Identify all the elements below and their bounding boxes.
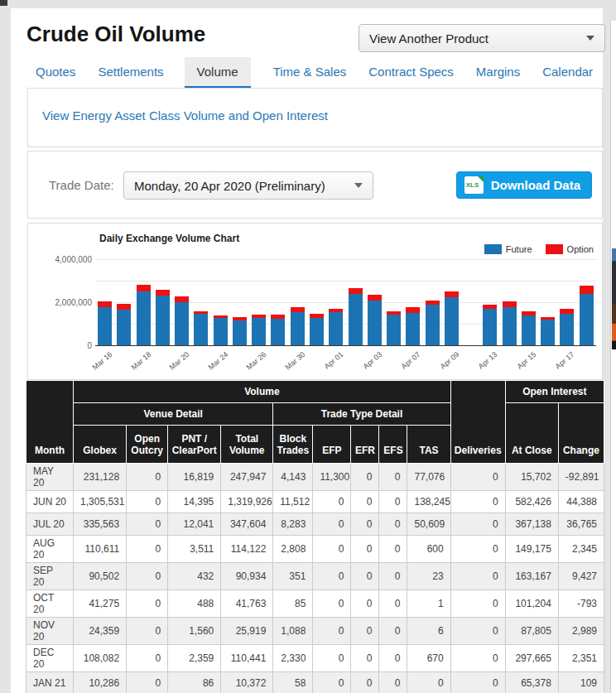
value-cell: 0 (379, 464, 407, 491)
value-cell: 2,989 (558, 618, 604, 645)
tab-quotes[interactable]: Quotes (36, 57, 75, 87)
bar-future-apr-03 (368, 301, 382, 345)
bar-future-mar-16 (98, 307, 112, 345)
bar-option-mar-20 (175, 296, 189, 302)
value-cell: 0 (313, 563, 351, 590)
cropped-image-fragment (612, 248, 616, 349)
value-cell: 138,245 (407, 491, 450, 513)
x-axis-tick-label: Mar 30 (272, 350, 307, 381)
tab-margins[interactable]: Margins (476, 57, 520, 87)
month-cell: JAN 21 (26, 672, 74, 693)
value-cell: 432 (168, 563, 221, 590)
tab-contract-specs[interactable]: Contract Specs (368, 57, 454, 87)
gridline (95, 259, 596, 260)
product-selector-value: View Another Product (369, 31, 488, 46)
table-row-oct-20: OCT 2041,275048841,7638500010101,204-793 (26, 590, 604, 618)
value-cell: 0 (379, 536, 407, 563)
value-cell: 0 (351, 513, 379, 536)
value-cell: 0 (450, 618, 505, 645)
bar-future-mar-24 (214, 318, 228, 345)
table-row-may-20: MAY 20231,128016,819247,9474,14311,30000… (26, 464, 604, 491)
chevron-down-icon (586, 36, 594, 41)
product-selector-dropdown[interactable]: View Another Product (359, 24, 605, 52)
value-cell: 3,511 (168, 536, 221, 563)
group-header-volume: Volume (74, 381, 451, 403)
value-cell: 1,319,926 (221, 491, 273, 513)
col-header-at-close: At Close (505, 403, 558, 464)
value-cell: 1,560 (168, 618, 221, 645)
bar-option-mar-17 (117, 304, 131, 310)
group-header-open-interest: Open Interest (505, 381, 604, 403)
tab-calendar[interactable]: Calendar (542, 57, 593, 87)
value-cell: 0 (379, 645, 407, 672)
chevron-down-icon (354, 183, 363, 188)
bar-future-mar-23 (194, 314, 208, 345)
value-cell: 0 (127, 563, 168, 590)
value-cell: 0 (127, 618, 168, 645)
bar-option-mar-19 (156, 290, 170, 296)
col-header-efs: EFS (379, 426, 407, 464)
x-axis-tick-label: Apr 17 (541, 350, 576, 381)
value-cell: 14,395 (168, 491, 221, 513)
bar-future-apr-13 (483, 309, 497, 345)
value-cell: -793 (558, 590, 604, 618)
value-cell: 0 (313, 672, 351, 693)
col-header-month: Month (26, 381, 74, 464)
bar-option-apr-16 (541, 317, 555, 320)
value-cell: 0 (127, 491, 168, 513)
value-cell: 0 (379, 513, 407, 536)
bar-future-apr-06 (387, 315, 401, 345)
month-cell: DEC 20 (26, 645, 74, 672)
bar-option-apr-13 (483, 305, 497, 309)
bar-option-apr-09 (445, 291, 459, 297)
value-cell: 24,359 (74, 618, 127, 645)
value-cell: 351 (273, 563, 313, 590)
value-cell: 108,082 (74, 645, 127, 672)
x-axis-tick-label: Mar 24 (195, 350, 230, 381)
col-header-efr: EFR (351, 426, 379, 464)
value-cell: 90,934 (221, 563, 273, 590)
trade-date-panel: Trade Date: Monday, 20 Apr 2020 (Prelimi… (27, 151, 603, 219)
download-data-button[interactable]: XLS Download Data (456, 171, 592, 199)
table-row-sep-20: SEP 2090,502043290,934351000230163,1679,… (26, 563, 604, 590)
value-cell: 36,765 (558, 513, 604, 536)
x-axis-tick-label: Mar 16 (79, 350, 114, 381)
tab-settlements[interactable]: Settlements (98, 57, 163, 87)
value-cell: 347,604 (221, 513, 273, 536)
bar-option-apr-03 (368, 295, 382, 301)
bar-option-mar-18 (137, 285, 151, 291)
x-axis-tick-label: Apr 03 (349, 350, 384, 381)
value-cell: 2,808 (273, 536, 313, 563)
x-axis-tick-label: Mar 26 (233, 350, 268, 381)
bar-option-mar-30 (291, 307, 305, 312)
value-cell: 0 (450, 672, 505, 693)
bar-future-apr-16 (541, 320, 555, 345)
value-cell: 114,122 (221, 536, 273, 563)
legend-swatch-future (484, 244, 502, 254)
bar-future-apr-14 (503, 307, 517, 345)
trade-date-dropdown[interactable]: Monday, 20 Apr 2020 (Preliminary) (123, 171, 373, 200)
page-title: Crude Oil Volume (26, 22, 205, 47)
col-header-globex: Globex (74, 426, 127, 464)
energy-asset-class-link[interactable]: View Energy Asset Class Volume and Open … (42, 108, 328, 123)
bar-future-mar-25 (233, 320, 247, 345)
tab-volume[interactable]: Volume (185, 57, 251, 89)
col-header-block-trades: Block Trades (273, 426, 313, 464)
bar-option-apr-07 (406, 307, 420, 313)
trade-date-label: Trade Date: (49, 178, 114, 192)
bar-future-apr-20 (580, 294, 594, 345)
bar-future-apr-08 (426, 305, 440, 345)
month-cell: SEP 20 (26, 563, 74, 590)
bar-future-mar-19 (156, 296, 170, 345)
value-cell: 0 (313, 645, 351, 672)
table-row-jan-21: JAN 2110,28608610,372580000065,378109 (26, 672, 604, 693)
legend-swatch-option (546, 244, 563, 254)
bar-option-apr-14 (503, 301, 517, 307)
value-cell: 58 (273, 672, 313, 693)
value-cell: 0 (313, 513, 351, 536)
bar-option-mar-26 (252, 315, 266, 318)
value-cell: 488 (168, 590, 221, 618)
value-cell: 16,819 (168, 464, 221, 491)
bar-option-mar-31 (310, 314, 324, 318)
tab-time-sales[interactable]: Time & Sales (273, 57, 347, 87)
